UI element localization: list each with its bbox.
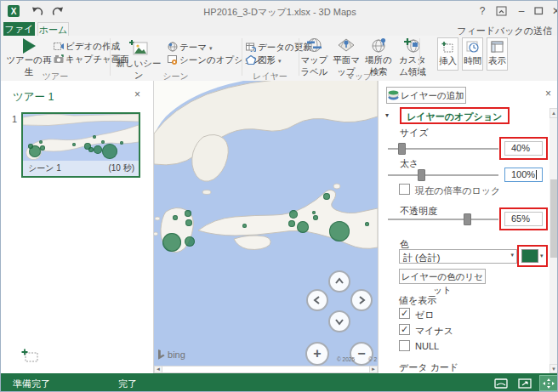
- group-separator: [419, 38, 420, 76]
- zero-label: ゼロ: [415, 309, 435, 321]
- map-horizontal-scrollbar[interactable]: [154, 366, 378, 373]
- chevron-right-icon: [352, 291, 371, 310]
- opacity-slider[interactable]: [388, 219, 498, 220]
- scroll-up-icon[interactable]: ▲: [549, 108, 558, 118]
- insert-icon: [441, 41, 454, 54]
- map-data-bubble[interactable]: [323, 193, 330, 200]
- minus-icon: −: [357, 346, 365, 361]
- map-data-bubble: [101, 140, 105, 144]
- scroll-left-icon[interactable]: ◄: [154, 366, 162, 373]
- new-scene-icon: [128, 38, 149, 56]
- map-data-bubble: [93, 135, 96, 139]
- thickness-slider-thumb[interactable]: [418, 169, 425, 181]
- text-cursor: [536, 170, 537, 179]
- scene-thumbnail[interactable]: シーン 1 (10 秒): [21, 112, 140, 178]
- map-data-bubble[interactable]: [162, 233, 181, 252]
- new-scene-small-icon[interactable]: [21, 349, 39, 363]
- map-data-bubble[interactable]: [365, 222, 369, 226]
- thickness-slider[interactable]: [388, 174, 498, 176]
- map-data-bubble[interactable]: [288, 220, 295, 227]
- map-data-bubble[interactable]: [297, 221, 309, 233]
- lock-scale-checkbox[interactable]: [399, 184, 410, 195]
- map-data-bubble: [102, 144, 117, 159]
- null-checkbox[interactable]: [399, 340, 410, 351]
- chevron-left-icon: [308, 291, 327, 310]
- layers-icon: [388, 90, 399, 100]
- tab-home[interactable]: ホーム: [37, 22, 69, 37]
- map-data-bubble[interactable]: [242, 224, 247, 228]
- check-icon: ✓: [401, 324, 408, 334]
- map-copyright-2: © 2: [368, 356, 377, 362]
- scene-options-icon: [168, 55, 178, 65]
- minus-label: マイナス: [415, 325, 453, 338]
- shapes-button[interactable]: 図形 ▾: [246, 54, 281, 66]
- fit-screen-icon: [518, 378, 532, 389]
- tab-file[interactable]: ファイル: [3, 22, 35, 37]
- map-zoom-in-button[interactable]: +: [305, 342, 329, 366]
- scroll-down-icon[interactable]: ▼: [549, 364, 558, 373]
- map-tilt-down-button[interactable]: [328, 310, 350, 332]
- status-flat-view-button[interactable]: [493, 376, 510, 390]
- annotation-box-opacity: [499, 207, 548, 230]
- help-button[interactable]: ?: [474, 3, 491, 19]
- size-slider[interactable]: [388, 148, 498, 150]
- map-data-bubble[interactable]: [313, 215, 318, 220]
- layer-panel-close-icon[interactable]: ×: [545, 88, 551, 99]
- map-rotate-left-button[interactable]: [306, 289, 328, 311]
- map-tilt-up-button[interactable]: [328, 270, 350, 293]
- insert-button[interactable]: 挿入: [437, 37, 458, 71]
- ribbon: ツアーの再生 ▾ ビデオの作成 キャプチャ画面 ツアー: [1, 36, 558, 82]
- play-icon: [23, 38, 36, 54]
- scene-caption: シーン 1 (10 秒): [23, 161, 139, 176]
- map-data-bubble[interactable]: [173, 215, 178, 220]
- map-data-bubble: [72, 143, 76, 146]
- scrollbar-thumb[interactable]: [550, 179, 557, 258]
- scene-number: 1: [12, 114, 17, 124]
- minimize-button[interactable]: –: [513, 3, 530, 19]
- size-label: サイズ: [400, 127, 429, 139]
- color-field-dropdown[interactable]: 計 (合計) ▾: [399, 249, 517, 264]
- map-data-bubble: [28, 144, 33, 149]
- map-data-bubble[interactable]: [185, 236, 195, 247]
- theme-button[interactable]: テーマ ▾: [168, 42, 212, 54]
- thickness-value-input[interactable]: 100%: [504, 168, 543, 182]
- zero-checkbox[interactable]: ✓: [399, 308, 410, 319]
- map-data-bubble: [40, 145, 45, 151]
- video-icon: [54, 42, 64, 51]
- map-copyright: © 2025: [337, 356, 355, 362]
- close-button[interactable]: ✕: [548, 3, 558, 19]
- find-location-icon: [371, 37, 387, 53]
- title-bar: X HP2016_3-Dマップ1.xlsx - 3D Maps ? – ✕: [1, 1, 558, 22]
- view-button[interactable]: 表示: [487, 37, 508, 71]
- tour-panel-close-icon[interactable]: ×: [134, 89, 140, 99]
- collapse-caret-icon[interactable]: ▾: [385, 111, 389, 119]
- restore-button[interactable]: [534, 7, 544, 15]
- scroll-right-icon[interactable]: ►: [369, 366, 378, 373]
- ribbon-display-options-icon[interactable]: [496, 6, 508, 16]
- annotation-box-color: [517, 245, 548, 267]
- map-data-bubble[interactable]: [289, 210, 298, 219]
- map-viewport[interactable]: + − bing © 2025 © 2: [154, 81, 378, 366]
- theme-globe-icon: [168, 42, 178, 52]
- custom-regions-icon: [404, 37, 421, 53]
- chevron-up-icon: [330, 272, 349, 291]
- map-rotate-right-button[interactable]: [350, 289, 373, 311]
- time-button[interactable]: 時間: [462, 37, 483, 71]
- map-data-bubble: [94, 145, 102, 154]
- map-data-bubble[interactable]: [329, 221, 350, 241]
- map-data-bubble[interactable]: [185, 210, 191, 217]
- scene-thumbnail-bubbles: [23, 114, 139, 161]
- minus-checkbox[interactable]: ✓: [399, 324, 410, 335]
- status-fit-screen-button[interactable]: [516, 376, 533, 390]
- status-pan-mode-button[interactable]: [540, 376, 557, 390]
- map-data-bubble[interactable]: [312, 211, 316, 214]
- shapes-icon: [246, 55, 256, 65]
- map-data-bubble[interactable]: [185, 219, 192, 226]
- data-cards-header[interactable]: データ カード: [399, 361, 458, 374]
- reset-layer-colors-button[interactable]: レイヤーの色のリセット: [399, 269, 486, 284]
- status-bar: 準備完了 完了: [1, 373, 558, 392]
- opacity-slider-thumb[interactable]: [464, 213, 471, 225]
- size-slider-thumb[interactable]: [398, 143, 406, 155]
- add-layer-button[interactable]: レイヤーの追加: [386, 87, 466, 104]
- show-values-label: 値を表示: [399, 294, 436, 307]
